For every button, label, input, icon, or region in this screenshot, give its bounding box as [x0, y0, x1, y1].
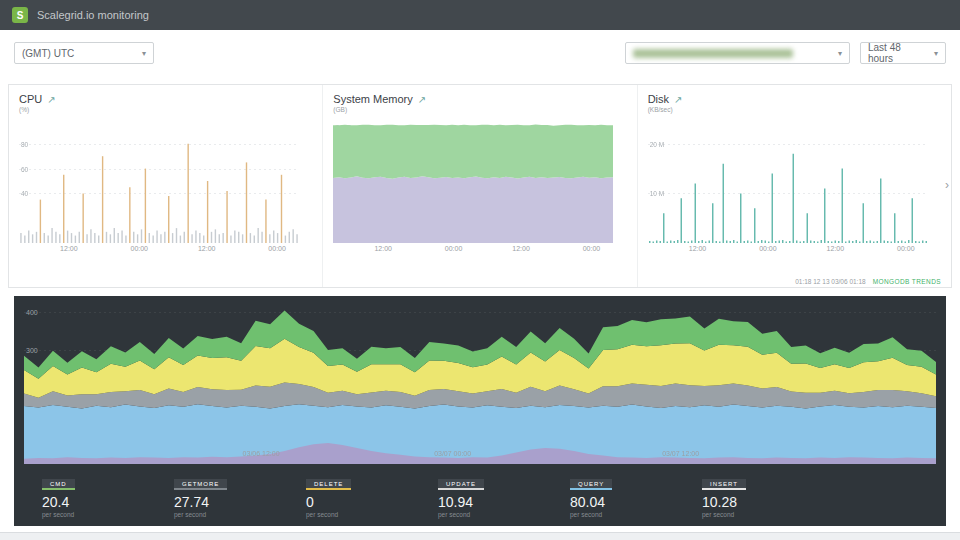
- disk-panel: Disk ↗ (KB/sec) 20 M10 M 12:0000:0012:00…: [637, 85, 951, 287]
- memory-chart-canvas[interactable]: [333, 119, 613, 243]
- stat-label-badge: UPDATE: [438, 479, 484, 490]
- scalegrid-logo: S: [12, 7, 28, 23]
- stat-query: QUERY 80.04 per second: [570, 472, 702, 518]
- memory-panel-title: System Memory: [333, 93, 412, 105]
- chevron-down-icon: ▾: [838, 49, 842, 58]
- metric-charts-card: CPU ↗ (%) 806040 12:0000:0012:0000:00 Sy…: [8, 84, 952, 288]
- app-title: Scalegrid.io monitoring: [37, 9, 149, 21]
- stat-cmd: CMD 20.4 per second: [42, 472, 174, 518]
- cpu-chart-canvas[interactable]: [19, 119, 299, 243]
- disk-footnote-timestamps: 01:18 12 13 03/06 01:18: [795, 278, 865, 285]
- memory-chart: 7.5 G5 G2.5 G: [333, 119, 626, 243]
- cluster-select[interactable]: ▾: [625, 42, 850, 64]
- disk-x-axis-labels: 12:0000:0012:0000:00: [648, 245, 941, 256]
- monitoring-page: S Scalegrid.io monitoring (GMT) UTC ▾ ▾ …: [0, 0, 960, 540]
- page-footer: [0, 532, 960, 540]
- cpu-panel-header: CPU ↗: [19, 93, 312, 105]
- cpu-panel-title: CPU: [19, 93, 42, 105]
- disk-panel-title: Disk: [648, 93, 669, 105]
- stat-update: UPDATE 10.94 per second: [438, 472, 570, 518]
- throughput-chart-canvas[interactable]: [24, 304, 936, 464]
- disk-unit-label: (KB/sec): [648, 106, 941, 113]
- memory-x-axis-labels: 12:0000:0012:0000:00: [333, 245, 626, 256]
- stat-value: 80.04: [570, 494, 702, 510]
- stat-label-badge: INSERT: [702, 479, 746, 490]
- timezone-value: (GMT) UTC: [22, 48, 74, 59]
- panel-collapse-chevron[interactable]: ›: [945, 178, 949, 192]
- expand-icon[interactable]: ↗: [418, 94, 426, 105]
- stat-value: 27.74: [174, 494, 306, 510]
- cpu-x-axis-labels: 12:0000:0012:0000:00: [19, 245, 312, 256]
- stat-value: 10.94: [438, 494, 570, 510]
- stat-label-badge: GETMORE: [174, 479, 227, 490]
- stat-insert: INSERT 10.28 per second: [702, 472, 834, 518]
- toolbar-right: ▾ Last 48 hours ▾: [625, 42, 946, 64]
- time-range-select[interactable]: Last 48 hours ▾: [860, 42, 946, 64]
- stat-value: 10.28: [702, 494, 834, 510]
- expand-icon[interactable]: ↗: [674, 94, 682, 105]
- chevron-down-icon: ▾: [142, 49, 146, 58]
- disk-chart-canvas[interactable]: [648, 119, 928, 243]
- stat-unit: per second: [702, 511, 834, 518]
- cpu-chart: 806040: [19, 119, 312, 243]
- stat-unit: per second: [438, 511, 570, 518]
- timezone-select[interactable]: (GMT) UTC ▾: [14, 42, 154, 64]
- expand-icon[interactable]: ↗: [47, 94, 55, 105]
- cpu-panel: CPU ↗ (%) 806040 12:0000:0012:0000:00: [9, 85, 322, 287]
- stat-unit: per second: [570, 511, 702, 518]
- memory-unit-label: (GB): [333, 106, 626, 113]
- stat-label-badge: CMD: [42, 479, 75, 490]
- cpu-unit-label: (%): [19, 106, 312, 113]
- stat-unit: per second: [42, 511, 174, 518]
- disk-chart: 20 M10 M: [648, 119, 941, 243]
- disk-panel-header: Disk ↗: [648, 93, 941, 105]
- throughput-stats-row: CMD 20.4 per second GETMORE 27.74 per se…: [24, 472, 936, 518]
- memory-panel: System Memory ↗ (GB) 7.5 G5 G2.5 G 12:00…: [322, 85, 636, 287]
- stat-value: 0: [306, 494, 438, 510]
- stat-unit: per second: [174, 511, 306, 518]
- throughput-x-axis-labels: 03/06 12:0003/07 00:0003/07 12:00: [24, 450, 936, 460]
- throughput-chart: 400300200100 03/06 12:0003/07 00:0003/07…: [24, 304, 936, 464]
- stat-unit: per second: [306, 511, 438, 518]
- disk-footnote-link[interactable]: MONGODB TRENDS: [873, 278, 941, 285]
- chevron-down-icon: ▾: [934, 49, 938, 58]
- stat-delete: DELETE 0 per second: [306, 472, 438, 518]
- stat-label-badge: DELETE: [306, 479, 351, 490]
- redacted-cluster-name: [633, 49, 793, 58]
- stat-getmore: GETMORE 27.74 per second: [174, 472, 306, 518]
- time-range-value: Last 48 hours: [868, 42, 928, 64]
- disk-footnote: 01:18 12 13 03/06 01:18 MONGODB TRENDS: [795, 278, 941, 285]
- memory-panel-header: System Memory ↗: [333, 93, 626, 105]
- stat-value: 20.4: [42, 494, 174, 510]
- throughput-panel: 400300200100 03/06 12:0003/07 00:0003/07…: [14, 296, 946, 526]
- toolbar: (GMT) UTC ▾ ▾ Last 48 hours ▾: [0, 30, 960, 76]
- stat-label-badge: QUERY: [570, 479, 612, 490]
- app-header: S Scalegrid.io monitoring: [0, 0, 960, 30]
